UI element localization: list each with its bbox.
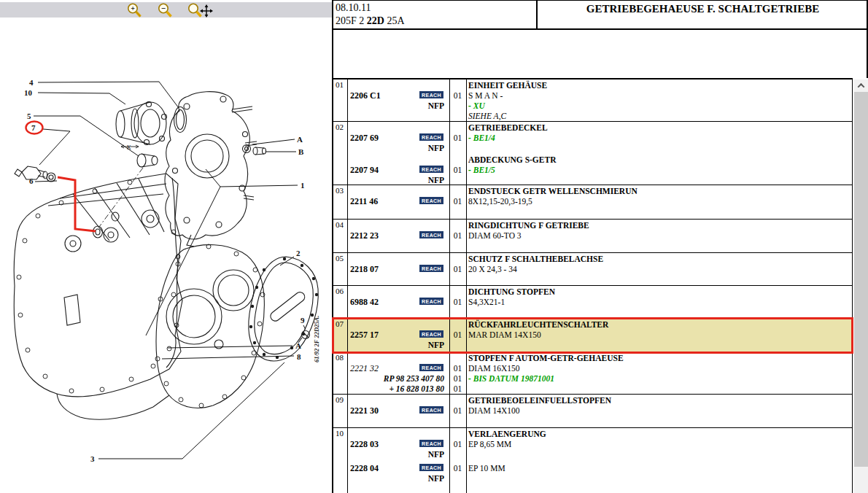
zoom-pan-button[interactable] [187,2,213,18]
callout-6[interactable]: 6 [29,176,34,185]
header-reference-block: 08.10.11 205F 2 22D 25A [333,1,538,29]
callout-2[interactable]: 2 [296,249,301,257]
reach-badge[interactable]: REACH [419,231,443,238]
part-number[interactable]: 2228 04 [350,464,379,473]
bell-housing-front-drawing [165,92,257,246]
part-title: VERLAENGERUNG [468,430,546,439]
reach-badge[interactable]: REACH [419,440,443,447]
quantity: 01 [450,265,465,274]
header-spacer-box [333,30,868,78]
callout-9[interactable]: 9 [301,316,305,325]
reverse-switch-drawing [15,166,55,182]
scroll-up-button[interactable] [854,79,868,92]
row-ref: 01 [336,80,344,90]
table-row-02[interactable]: 02 GETRIEBEDECKEL 2207 69 REACH 01 - BE1… [333,122,852,185]
page-header: 08.10.11 205F 2 22D 25A GETRIEBEGEHAEUSE… [333,0,868,30]
callout-a-top[interactable]: A [297,135,303,144]
part-number[interactable]: 2207 69 [350,133,379,143]
table-row-06[interactable]: 06 DICHTUNG STOPFEN 6988 42 REACH 01 S4,… [333,286,852,319]
reach-badge[interactable]: REACH [419,330,443,338]
quantity: 01 [450,133,465,143]
part-spec: DIAM 60-TO 3 [468,231,522,241]
nfp-label: NFP [350,474,444,484]
part-number[interactable]: 2211 46 [350,197,378,206]
part-number[interactable]: 2207 94 [350,166,379,175]
part-number[interactable]: 2221 30 [350,406,379,416]
scrollbar-thumb[interactable] [854,92,868,467]
part-spec: EP 8,65 MM [468,440,511,449]
quantity: 01 [450,231,465,241]
part-number[interactable]: 6988 42 [350,298,379,307]
table-row-09[interactable]: 09 GETRIEBEOELEINFUELLSTOPFEN 2221 30 RE… [333,395,852,428]
superseded-part-number[interactable]: RP 98 253 407 80 [350,374,444,384]
part-title: EINHEIT GEHÄUSE [468,81,547,90]
part-number[interactable]: 2218 07 [350,265,379,274]
part-spec: 8X12,15-20,3-19,5 [468,197,532,206]
callout-5[interactable]: 5 [27,112,31,120]
part-title: GETRIEBEDECKEL [468,123,548,133]
quantity: 01 [450,166,465,175]
column-rule [466,79,467,493]
part-see-also: SIEHE A,C [468,112,506,121]
reach-badge[interactable]: REACH [419,464,443,471]
quantity: 01 [450,91,465,101]
header-date: 08.10.11 [336,1,536,15]
row-ref: 06 [336,287,344,296]
row-ref: 03 [336,186,344,195]
part-spec: DIAM 14X100 [468,406,520,416]
nfp-label: NFP [350,450,444,459]
row-ref: 05 [336,254,344,263]
part-number[interactable]: 2221 32 [350,364,379,373]
zoom-in-button[interactable]: + [125,2,144,18]
table-scrollbar[interactable] [854,79,868,493]
part-title: GETRIEBEOELEINFUELLSTOPFEN [468,396,611,405]
reach-badge[interactable]: REACH [419,298,443,305]
part-note: - BIS DATUM 19871001 [468,374,554,384]
part-number[interactable]: 2228 03 [350,440,379,449]
table-row-10[interactable]: 10 VERLAENGERUNG 2228 03 REACH 01 EP 8,6… [333,428,852,493]
table-row-04[interactable]: 04 RINGDICHTUNG F GETRIEBE 2212 23 REACH… [333,220,852,253]
part-title: SCHUTZ F SCHALTHEBELACHSE [468,255,603,264]
part-title: RÜCKFAHRLEUCHTENSCHALTER [468,320,608,330]
zoom-out-button[interactable]: − [156,2,175,18]
part-number[interactable]: 2206 C1 [350,91,381,101]
part-note: - XU [468,101,485,111]
callout-8[interactable]: 8 [297,352,301,361]
callout-1[interactable]: 1 [301,181,305,190]
callout-b[interactable]: B [298,147,304,156]
reach-badge[interactable]: REACH [419,91,443,98]
table-row-01[interactable]: 01 EINHEIT GEHÄUSE 2206 C1 REACH 01 S M … [333,79,852,122]
zoom-toolbar: + − [0,2,332,18]
part-number[interactable]: 2212 23 [350,231,379,241]
row-ref: 10 [336,429,344,438]
table-row-08[interactable]: 08 STOPFEN F AUTOM-GETR-GEHAEUSE 2221 32… [333,352,852,395]
page-title: GETRIEBEGEHAEUSE F. SCHALTGETRIEBE [539,1,867,29]
callout-a-bottom[interactable]: A [295,341,301,350]
scroll-up-icon [858,83,865,90]
svg-text:−: − [161,4,166,12]
reach-badge[interactable]: REACH [419,406,443,414]
zoom-out-icon: − [156,2,175,18]
part-number[interactable]: 2257 17 [350,330,379,340]
callout-4[interactable]: 4 [29,78,34,87]
reach-badge[interactable]: REACH [419,166,443,173]
dimension-label-k: K [127,144,131,151]
table-row-03[interactable]: 03 ENDSTUECK GETR WELLENSCHMIERUN 2211 4… [333,185,852,220]
column-rule [449,79,450,493]
table-row-07-highlighted[interactable]: 07 RÜCKFAHRLEUCHTENSCHALTER 2257 17 REAC… [333,319,852,352]
reach-badge[interactable]: REACH [419,197,443,204]
part-title: DICHTUNG STOPFEN [468,287,555,297]
parts-table: 01 EINHEIT GEHÄUSE 2206 C1 REACH 01 S M … [333,78,853,493]
callout-7-highlighted[interactable]: 7 [31,123,36,132]
callout-3[interactable]: 3 [90,454,95,463]
reach-badge[interactable]: REACH [419,265,443,272]
table-row-05[interactable]: 05 SCHUTZ F SCHALTHEBELACHSE 2218 07 REA… [333,253,852,286]
reach-badge[interactable]: REACH [419,364,443,371]
part-note: - BE1/4 [468,133,495,143]
replacement-part-number[interactable]: + 16 828 013 80 [350,384,444,394]
nfp-label: NFP [350,176,444,185]
part-spec: EP 10 MM [468,464,505,473]
callout-10[interactable]: 10 [24,88,33,97]
zoom-in-icon: + [125,2,144,18]
reach-badge[interactable]: REACH [419,133,443,141]
